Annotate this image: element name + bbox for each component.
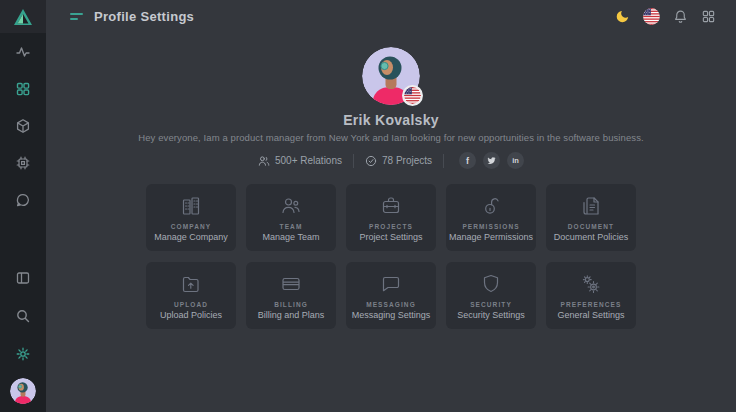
card-sublabel: Project Settings <box>359 232 422 242</box>
card-permissions[interactable]: PERMISSIONS Manage Permissions <box>446 184 536 251</box>
activity-icon[interactable] <box>15 44 31 60</box>
card-preferences[interactable]: PREFERENCES General Settings <box>546 262 636 329</box>
folder-document-icon <box>579 194 603 218</box>
facebook-icon[interactable]: f <box>459 152 476 169</box>
relations-label: 500+ Relations <box>275 155 342 166</box>
chat-bubble-icon[interactable] <box>15 192 31 208</box>
card-sublabel: Billing and Plans <box>258 310 325 320</box>
card-security[interactable]: SECURITY Security Settings <box>446 262 536 329</box>
projects-label: 78 Projects <box>382 155 432 166</box>
sidebar-user-avatar[interactable] <box>10 378 36 404</box>
profile-avatar <box>362 47 420 105</box>
check-circle-icon <box>365 155 377 167</box>
layout-panel-icon[interactable] <box>15 270 31 286</box>
card-team[interactable]: TEAM Manage Team <box>246 184 336 251</box>
page-title: Profile Settings <box>94 9 194 24</box>
divider <box>353 154 354 168</box>
card-sublabel: Security Settings <box>457 310 525 320</box>
card-projects[interactable]: PROJECTS Project Settings <box>346 184 436 251</box>
card-sublabel: Manage Company <box>154 232 228 242</box>
card-label: COMPANY <box>171 223 211 230</box>
profile-main: Erik Kovalsky Hey everyone, Iam a produc… <box>46 33 736 412</box>
bell-icon[interactable] <box>673 9 688 24</box>
card-sublabel: Manage Permissions <box>449 232 533 242</box>
sidebar-nav-bottom <box>10 270 36 412</box>
menu-toggle-icon[interactable] <box>70 13 83 20</box>
projects-stat: 78 Projects <box>365 155 432 167</box>
dashboard-grid-icon[interactable] <box>15 81 31 97</box>
lock-open-icon <box>479 194 503 218</box>
message-icon <box>379 272 403 296</box>
search-icon[interactable] <box>15 308 31 324</box>
moon-icon[interactable] <box>615 9 630 24</box>
divider <box>443 154 444 168</box>
topbar-actions <box>615 8 716 25</box>
card-label: TEAM <box>280 223 303 230</box>
card-label: BILLING <box>274 301 308 308</box>
card-label: PERMISSIONS <box>462 223 519 230</box>
card-sublabel: Messaging Settings <box>352 310 431 320</box>
credit-card-icon <box>279 272 303 296</box>
profile-bio: Hey everyone, Iam a product manager from… <box>46 132 736 143</box>
card-upload[interactable]: UPLOAD Upload Policies <box>146 262 236 329</box>
relations-stat: 500+ Relations <box>258 155 342 167</box>
profile-name: Erik Kovalsky <box>46 112 736 128</box>
team-icon <box>279 194 303 218</box>
sidebar-nav-top <box>15 44 31 208</box>
twitter-icon[interactable] <box>483 152 500 169</box>
card-label: SECURITY <box>470 301 512 308</box>
sidebar <box>0 0 46 412</box>
linkedin-icon[interactable]: in <box>507 152 524 169</box>
card-label: MESSAGING <box>366 301 416 308</box>
topbar: Profile Settings <box>46 0 736 33</box>
country-flag-badge <box>402 85 423 106</box>
briefcase-icon <box>379 194 403 218</box>
app-logo <box>0 0 46 33</box>
users-icon <box>258 155 270 167</box>
card-company[interactable]: COMPANY Manage Company <box>146 184 236 251</box>
card-sublabel: Document Policies <box>554 232 629 242</box>
buildings-icon <box>179 194 203 218</box>
card-sublabel: Manage Team <box>263 232 320 242</box>
card-document[interactable]: DOCUMENT Document Policies <box>546 184 636 251</box>
card-label: PREFERENCES <box>561 301 622 308</box>
user-avatar-icon <box>10 378 36 404</box>
card-sublabel: General Settings <box>557 310 624 320</box>
card-sublabel: Upload Policies <box>160 310 222 320</box>
card-label: DOCUMENT <box>568 223 614 230</box>
profile-stats: 500+ Relations 78 Projects f in <box>46 152 736 169</box>
folder-upload-icon <box>179 272 203 296</box>
settings-cards-grid: COMPANY Manage Company TEAM Manage Team … <box>146 184 636 329</box>
social-links: f in <box>459 152 524 169</box>
apps-grid-icon[interactable] <box>701 9 716 24</box>
triangle-logo-icon <box>13 8 33 26</box>
card-label: UPLOAD <box>174 301 208 308</box>
card-label: PROJECTS <box>369 223 413 230</box>
shield-icon <box>479 272 503 296</box>
cube-icon[interactable] <box>15 118 31 134</box>
us-flag-icon[interactable] <box>643 8 660 25</box>
card-messaging[interactable]: MESSAGING Messaging Settings <box>346 262 436 329</box>
gears-icon <box>579 272 603 296</box>
chip-icon[interactable] <box>15 155 31 171</box>
gear-icon[interactable] <box>15 346 31 362</box>
card-billing[interactable]: BILLING Billing and Plans <box>246 262 336 329</box>
